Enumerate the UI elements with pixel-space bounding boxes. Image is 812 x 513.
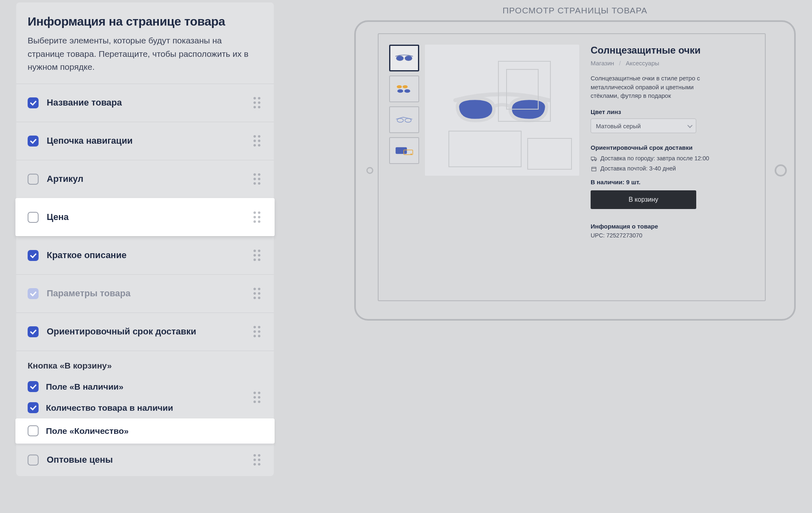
thumbnail-2[interactable] — [389, 75, 419, 102]
checkbox-unchecked[interactable] — [28, 174, 39, 185]
svg-point-2 — [397, 85, 402, 88]
checkbox-checked[interactable] — [28, 381, 39, 392]
setting-label: Параметры товара — [47, 288, 130, 299]
delivery-line-post: Доставка почтой: 3-40 дней — [591, 165, 754, 172]
checkbox-checked[interactable] — [28, 250, 39, 261]
setting-row-instock-field[interactable]: Поле «В наличии» — [28, 376, 262, 397]
svg-point-5 — [404, 89, 410, 93]
stock-text: В наличии: 9 шт. — [591, 179, 754, 185]
checkbox-unchecked[interactable] — [28, 455, 39, 466]
setting-label: Цепочка навигации — [47, 136, 132, 146]
setting-label: Ориентировочный срок доставки — [47, 326, 196, 337]
setting-label: Поле «Количество» — [46, 426, 129, 436]
preview-heading: ПРОСМОТР СТРАНИЦЫ ТОВАРА — [354, 6, 796, 15]
product-info-header: Информация о товаре — [591, 223, 754, 230]
thumbnail-4[interactable] — [389, 137, 419, 164]
checkbox-checked[interactable] — [28, 136, 39, 147]
checkbox-locked — [28, 288, 39, 299]
setting-row-breadcrumbs[interactable]: Цепочка навигации — [16, 122, 274, 160]
svg-point-1 — [405, 56, 412, 61]
thumbnail-1[interactable] — [389, 45, 419, 71]
svg-rect-11 — [591, 157, 595, 160]
setting-label: Поле «В наличии» — [46, 382, 123, 392]
drag-handle-icon[interactable] — [253, 288, 262, 299]
chevron-down-icon — [687, 123, 693, 128]
checkbox-checked[interactable] — [28, 97, 39, 108]
setting-row-price[interactable]: Цена — [15, 198, 275, 236]
breadcrumb-item[interactable]: Магазин — [591, 60, 614, 67]
svg-rect-14 — [592, 167, 596, 171]
glasses-case-icon — [394, 146, 414, 155]
svg-rect-8 — [396, 147, 407, 154]
setting-label: Краткое описание — [47, 250, 126, 261]
drag-handle-icon[interactable] — [253, 250, 262, 261]
drag-handle-icon[interactable] — [253, 97, 262, 108]
main-product-image — [425, 45, 579, 176]
glasses-icon — [394, 54, 414, 62]
setting-label: Цена — [47, 212, 69, 222]
setting-row-product-name[interactable]: Название товара — [16, 84, 274, 122]
delivery-text: Доставка почтой: 3-40 дней — [600, 165, 676, 172]
svg-point-13 — [595, 160, 596, 161]
setting-label: Количество товара в наличии — [46, 403, 173, 413]
setting-row-delivery[interactable]: Ориентировочный срок доставки — [16, 313, 274, 351]
setting-group-cart: Кнопка «В корзину» Поле «В наличии» Коли… — [16, 351, 274, 444]
setting-row-sku[interactable]: Артикул — [16, 160, 274, 198]
product-upc: UPC: 72527273070 — [591, 232, 754, 239]
product-gallery — [389, 45, 579, 290]
settings-list: Название товара Цепочка навигации Артику… — [16, 84, 274, 476]
package-icon — [591, 166, 597, 172]
breadcrumb: Магазин / Аксессуары — [591, 60, 754, 67]
drag-handle-icon[interactable] — [253, 454, 262, 466]
tablet-side-button-icon — [775, 164, 787, 177]
checkbox-checked[interactable] — [28, 326, 39, 337]
setting-row-options[interactable]: Параметры товара — [16, 274, 274, 313]
product-title: Солнцезащитные очки — [591, 45, 754, 56]
glasses-angled-icon — [394, 116, 414, 123]
setting-row-qty-field[interactable]: Поле «Количество» — [15, 418, 275, 444]
setting-label: Название товара — [47, 97, 122, 108]
setting-row-wholesale[interactable]: Оптовые цены — [16, 444, 274, 476]
lens-color-select[interactable]: Матовый серый — [591, 119, 696, 133]
tablet-frame: Солнцезащитные очки Магазин / Аксессуары… — [354, 20, 796, 321]
checkbox-unchecked[interactable] — [28, 212, 39, 223]
add-to-cart-button[interactable]: В корзину — [591, 190, 696, 209]
glasses-multi-icon — [394, 84, 414, 94]
drag-handle-icon[interactable] — [253, 326, 262, 337]
setting-row-short-desc[interactable]: Краткое описание — [16, 236, 274, 274]
tablet-home-icon — [366, 167, 373, 174]
svg-point-3 — [403, 85, 407, 88]
delivery-line-local: Доставка по городу: завтра после 12:00 — [591, 155, 754, 162]
setting-label: Оптовые цены — [47, 455, 113, 465]
delivery-truck-icon — [591, 155, 597, 162]
glasses-large-icon — [451, 90, 553, 131]
drag-handle-icon[interactable] — [253, 211, 262, 223]
product-description: Солнцезащитные очки в стиле ретро с мета… — [591, 74, 700, 100]
svg-point-10 — [410, 153, 412, 155]
drag-handle-icon[interactable] — [253, 135, 262, 147]
checkbox-unchecked[interactable] — [28, 425, 39, 436]
group-title: Кнопка «В корзину» — [28, 361, 262, 371]
product-info: Солнцезащитные очки Магазин / Аксессуары… — [591, 45, 754, 290]
preview-screen: Солнцезащитные очки Магазин / Аксессуары… — [378, 33, 766, 301]
breadcrumb-item[interactable]: Аксессуары — [626, 60, 659, 67]
svg-point-7 — [405, 119, 411, 123]
panel-subtitle: Выберите элементы, которые будут показан… — [28, 34, 251, 74]
svg-point-0 — [396, 56, 403, 61]
svg-point-4 — [397, 89, 403, 93]
svg-point-12 — [592, 160, 593, 161]
svg-point-6 — [397, 119, 403, 123]
thumbnail-3[interactable] — [389, 106, 419, 133]
option-label: Цвет линз — [591, 108, 754, 115]
checkbox-checked[interactable] — [28, 402, 39, 413]
delivery-text: Доставка по городу: завтра после 12:00 — [600, 155, 709, 162]
setting-row-stock-qty[interactable]: Количество товара в наличии — [28, 397, 262, 418]
drag-handle-icon[interactable] — [253, 173, 262, 185]
delivery-header: Ориентировочный срок доставки — [591, 144, 754, 152]
panel-title: Информация на странице товара — [28, 15, 262, 28]
breadcrumb-separator: / — [619, 60, 621, 67]
setting-label: Артикул — [47, 174, 83, 184]
drag-handle-icon[interactable] — [253, 392, 262, 403]
select-value: Матовый серый — [596, 123, 641, 129]
